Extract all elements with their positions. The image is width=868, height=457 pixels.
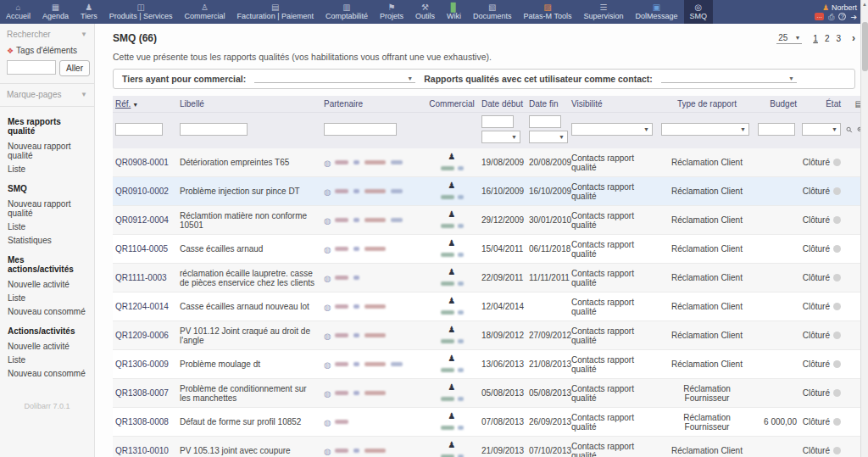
search-filter-icon[interactable] [846, 125, 853, 135]
redacted-text [335, 333, 348, 337]
column-header-visibilit[interactable]: Visibilité [569, 96, 659, 113]
report-visibility: Contacts rapport qualité [569, 350, 659, 379]
logout-icon[interactable]: ➔ [850, 13, 857, 21]
dolmessage-icon: ▣ [653, 3, 660, 12]
nav-item-outils[interactable]: ⚒Outils [409, 0, 441, 24]
report-ref-link[interactable]: QR1209-0006 [115, 331, 169, 340]
scrollbar-up-arrow[interactable]: ▲ [861, 0, 868, 8]
sidebar-section-title[interactable]: Mes rapports qualité [8, 117, 86, 136]
filter-state-select[interactable]: ▼ [802, 123, 841, 136]
nav-item-tiers[interactable]: ♟Tiers [75, 0, 103, 24]
commercial-filter-select[interactable]: ▼ [254, 75, 415, 83]
nav-item-accueil[interactable]: ⌂Accueil [0, 0, 36, 24]
vertical-scrollbar[interactable]: ▲ [860, 0, 868, 457]
filter-date-end-input[interactable] [529, 115, 561, 128]
sidebar-section-title[interactable]: Actions/activités [8, 326, 86, 336]
column-header-tat[interactable]: État [799, 96, 843, 113]
report-ref-link[interactable]: QR1111-0003 [115, 273, 167, 282]
page-size-select[interactable]: 25 ▼ [776, 33, 802, 44]
nav-item-commercial[interactable]: ♙Commercial [179, 0, 231, 24]
sidebar-item-mes-actions-activit-s-nouvelle-activit[interactable]: Nouvelle activité [8, 277, 86, 291]
report-ref-link[interactable]: QR0908-0001 [115, 158, 169, 167]
filter-type-select[interactable]: ▼ [661, 123, 749, 136]
filter-date-start-input[interactable] [481, 115, 514, 128]
nav-item-patas-m-tools[interactable]: ▨Patas-M Tools [518, 0, 578, 24]
column-header-libell[interactable]: Libellé [177, 96, 321, 113]
filter-date-end-select[interactable]: ▼ [529, 131, 568, 143]
filter-visibility-select[interactable]: ▼ [571, 123, 653, 136]
contact-filter-select[interactable]: ▼ [661, 75, 797, 83]
sidebar-item-mes-rapports-qualit-nouveau-rapport-qualit[interactable]: Nouveau rapport qualité [8, 139, 86, 162]
column-header-r-f[interactable]: Réf.▼ [113, 96, 177, 113]
next-page-button[interactable]: › [852, 32, 855, 44]
sidebar-section-title[interactable]: SMQ [8, 184, 86, 193]
column-header-partenaire[interactable]: Partenaire [321, 96, 425, 113]
sidebar-section-title[interactable]: Mes actions/activités [8, 255, 86, 274]
help-icon[interactable]: ? [838, 13, 846, 20]
person-icon: ♟ [448, 181, 456, 190]
tags-link[interactable]: ❖ Tags d'éléments [7, 46, 87, 55]
report-visibility: Contacts rapport qualité [569, 235, 659, 264]
sidebar-item-actions-activit-s-nouveau-consomm[interactable]: Nouveau consommé [8, 366, 86, 380]
report-ref-link[interactable]: QR1204-0014 [115, 302, 169, 311]
column-header-date-d-but[interactable]: Date début [479, 96, 526, 113]
page-link-2[interactable]: 2 [825, 34, 830, 43]
remove-filter-icon[interactable] [857, 125, 861, 135]
user-menu[interactable]: ♟ Norbert [822, 3, 857, 12]
nav-item-produits-services[interactable]: ◫Produits | Services [103, 0, 179, 24]
select-columns-icon[interactable]: ▤ [855, 99, 860, 109]
nav-item-agenda[interactable]: ▦Agenda [36, 0, 75, 24]
sidebar-item-actions-activit-s-nouvelle-activit[interactable]: Nouvelle activité [8, 339, 86, 353]
person-icon: ♟ [448, 268, 456, 276]
column-header-budget[interactable]: Budget [755, 96, 799, 113]
filter-date-start-select[interactable]: ▼ [481, 131, 520, 143]
filter-ref-input[interactable] [115, 123, 163, 136]
sidebar-item-mes-actions-activit-s-liste[interactable]: Liste [8, 291, 86, 304]
sidebar-item-smq-liste[interactable]: Liste [8, 220, 86, 233]
nav-item-smq[interactable]: ◎SMQ [684, 0, 714, 24]
sidebar-item-actions-activit-s-liste[interactable]: Liste [8, 353, 86, 366]
nav-item-comptabilit[interactable]: ▥Comptabilité [320, 0, 374, 24]
redacted-text [353, 304, 359, 309]
page-title: SMQ (66) [113, 32, 157, 44]
scrollbar-thumb[interactable] [862, 22, 868, 71]
nav-item-label: Supervision [583, 12, 623, 21]
search-section-toggle[interactable]: Rechercher ▼ [7, 30, 87, 39]
sidebar-item-mes-rapports-qualit-liste[interactable]: Liste [8, 162, 86, 176]
nav-item-facturation-paiement[interactable]: ▤Facturation | Paiement [231, 0, 320, 24]
bookmarks-section-toggle[interactable]: Marque-pages ▼ [7, 90, 87, 99]
column-header-type-de-rapport[interactable]: Type de rapport [659, 96, 755, 113]
report-ref-link[interactable]: QR1306-0009 [115, 359, 169, 369]
nav-item-wiki[interactable]: ▊Wiki [441, 0, 467, 24]
report-ref-link[interactable]: QR0910-0002 [115, 187, 169, 196]
nav-item-documents[interactable]: ▧Documents [467, 0, 518, 24]
go-button[interactable]: Aller [59, 60, 90, 76]
column-header-date-fin[interactable]: Date fin [526, 96, 569, 113]
report-ref-link[interactable]: QR1310-0010 [115, 446, 169, 455]
report-ref-link[interactable]: QR1308-0008 [115, 417, 169, 426]
sidebar-item-smq-nouveau-rapport-qualit[interactable]: Nouveau rapport qualité [8, 197, 86, 220]
column-header-commercial[interactable]: Commercial [425, 96, 479, 113]
projects-icon: ⚑ [388, 3, 396, 12]
report-ref-link[interactable]: QR1308-0007 [115, 388, 169, 398]
filter-label-input[interactable] [180, 123, 248, 136]
filter-partner-input[interactable] [324, 123, 397, 136]
report-ref-link[interactable]: QR0912-0004 [115, 215, 169, 225]
nav-item-dolmessage[interactable]: ▣DolMessage [629, 0, 683, 24]
table-row: QR1204-0014Casse écailles arnaud nouveau… [113, 293, 860, 321]
print-icon[interactable]: ⎙ [828, 13, 834, 21]
sidebar-item-smq-statistiques[interactable]: Statistiques [8, 233, 86, 247]
report-ref-link[interactable]: QR1104-0005 [115, 244, 168, 254]
sidebar-search-input[interactable] [7, 60, 56, 75]
messages-icon[interactable]: … [815, 13, 824, 20]
pagination: 25 ▼ 123 › [776, 32, 855, 44]
table-row: QR1111-0003réclamation écaille laupretre… [113, 264, 860, 293]
nav-item-projets[interactable]: ⚑Projets [374, 0, 409, 24]
column-header-ref-link[interactable]: Réf. [115, 99, 131, 109]
page-link-3[interactable]: 3 [836, 34, 841, 43]
nav-item-supervision[interactable]: ☰Supervision [577, 0, 629, 24]
sidebar-item-mes-actions-activit-s-nouveau-consomm[interactable]: Nouveau consommé [8, 304, 86, 318]
report-state: Clôturé [799, 350, 843, 379]
filter-budget-input[interactable] [758, 123, 795, 136]
page-link-1[interactable]: 1 [813, 34, 818, 43]
